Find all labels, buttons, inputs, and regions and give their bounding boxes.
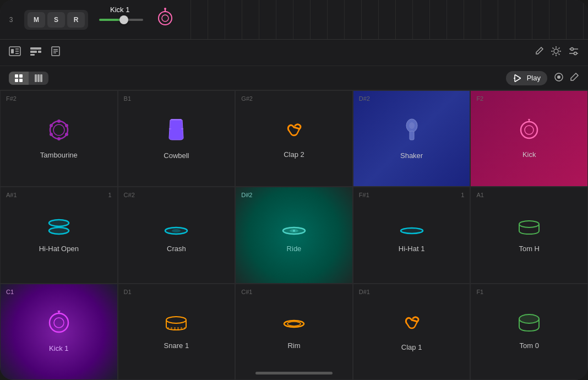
svg-rect-51 bbox=[410, 131, 414, 140]
clap2-icon bbox=[283, 119, 305, 146]
draw-icon[interactable] bbox=[569, 72, 579, 84]
pencil-icon[interactable] bbox=[534, 46, 544, 59]
track-controls: M S R bbox=[24, 10, 88, 30]
pad-label-hihat1: Hi-Hat 1 bbox=[399, 245, 425, 253]
record-button[interactable]: R bbox=[67, 12, 85, 28]
toolbar-left bbox=[9, 46, 61, 59]
grid-view-button[interactable] bbox=[9, 72, 29, 85]
svg-rect-34 bbox=[35, 74, 37, 82]
svg-point-47 bbox=[50, 124, 53, 127]
svg-line-22 bbox=[553, 48, 554, 49]
pad-tom0[interactable]: F1 Tom 0 bbox=[470, 284, 588, 380]
mute-button[interactable]: M bbox=[28, 12, 45, 28]
pad-label-kick-partial: Kick bbox=[522, 150, 536, 159]
shaker-icon bbox=[402, 118, 422, 147]
tom0-icon bbox=[517, 313, 541, 337]
track-icon bbox=[156, 7, 174, 32]
svg-rect-11 bbox=[38, 51, 41, 53]
kick-partial-icon bbox=[518, 119, 540, 146]
hihat-open-icon bbox=[47, 217, 71, 240]
clap1-icon bbox=[401, 312, 423, 339]
pad-note-kick1: C1 bbox=[6, 289, 14, 295]
pad-label-hihat-open: Hi-Hat Open bbox=[39, 245, 79, 253]
arrange-icon[interactable] bbox=[30, 46, 42, 59]
svg-point-1 bbox=[162, 15, 168, 21]
crash-icon bbox=[164, 217, 188, 240]
kick1-icon bbox=[47, 311, 71, 340]
svg-point-60 bbox=[49, 227, 69, 234]
svg-point-41 bbox=[53, 124, 64, 135]
svg-point-17 bbox=[554, 49, 558, 53]
device-frame: 3 M S R Kick 1 bbox=[0, 0, 588, 380]
svg-point-69 bbox=[401, 228, 423, 234]
solo-button[interactable]: S bbox=[47, 12, 65, 28]
svg-point-3 bbox=[164, 8, 166, 10]
toolbar-right bbox=[534, 46, 579, 59]
tomh-icon bbox=[517, 217, 541, 240]
svg-point-58 bbox=[49, 220, 69, 226]
pad-hihat1[interactable]: F#1 1 Hi-Hat 1 bbox=[353, 187, 471, 283]
pad-note-rim: C#1 bbox=[241, 289, 252, 295]
svg-rect-12 bbox=[30, 54, 35, 56]
score-icon[interactable] bbox=[9, 46, 21, 59]
svg-point-0 bbox=[159, 12, 172, 25]
svg-rect-5 bbox=[11, 49, 14, 53]
svg-line-24 bbox=[558, 48, 559, 49]
snare1-icon bbox=[164, 314, 188, 337]
svg-point-56 bbox=[528, 119, 530, 120]
svg-point-54 bbox=[525, 126, 533, 134]
ride-icon bbox=[282, 217, 306, 240]
play-label: Play bbox=[527, 74, 541, 82]
pad-note-shaker: D#2 bbox=[359, 95, 370, 102]
pad-tambourine[interactable]: F#2 Tambourine bbox=[0, 90, 118, 187]
pad-hihat-open[interactable]: A#1 1 Hi-Hat Open bbox=[0, 187, 118, 283]
volume-slider[interactable] bbox=[99, 19, 143, 21]
pad-label-rim: Rim bbox=[287, 341, 300, 350]
svg-point-70 bbox=[519, 221, 539, 227]
pad-clap2[interactable]: G#2 Clap 2 bbox=[235, 90, 353, 187]
pad-note-crash: C#2 bbox=[124, 192, 135, 198]
svg-rect-35 bbox=[37, 74, 40, 82]
pad-cowbell[interactable]: B1 Cowbell bbox=[118, 90, 236, 187]
column-view-button[interactable] bbox=[29, 72, 48, 85]
svg-point-46 bbox=[50, 133, 53, 136]
svg-rect-33 bbox=[19, 79, 23, 82]
info-icon[interactable] bbox=[51, 46, 61, 59]
target-icon[interactable] bbox=[554, 72, 564, 84]
svg-point-43 bbox=[65, 124, 68, 127]
equalizer-icon[interactable] bbox=[568, 47, 579, 58]
pad-note-tom0: F1 bbox=[476, 289, 483, 295]
pad-shaker[interactable]: D#2 Shaker bbox=[353, 90, 471, 187]
pad-note-cowbell: B1 bbox=[124, 95, 131, 102]
pad-kick1[interactable]: C1 Kick 1 bbox=[0, 284, 118, 380]
pad-note-tambourine: F#2 bbox=[6, 95, 17, 102]
pad-note-kick-partial: F2 bbox=[476, 95, 483, 102]
toolbar bbox=[0, 40, 588, 66]
svg-rect-9 bbox=[30, 47, 41, 50]
pad-crash[interactable]: C#2 Crash bbox=[118, 187, 236, 283]
subtoolbar-right bbox=[554, 72, 579, 84]
svg-rect-31 bbox=[19, 74, 23, 78]
svg-point-29 bbox=[574, 52, 577, 55]
pad-note-hihat-open: A#1 bbox=[6, 192, 17, 198]
svg-point-52 bbox=[409, 122, 415, 129]
play-button[interactable]: Play bbox=[506, 71, 547, 85]
pad-snare1[interactable]: D1 Snare 1 bbox=[118, 284, 236, 380]
svg-point-44 bbox=[65, 133, 68, 136]
svg-point-72 bbox=[54, 318, 64, 328]
tambourine-icon bbox=[47, 118, 70, 146]
pad-rim[interactable]: C#1 Rim bbox=[235, 284, 353, 380]
svg-point-81 bbox=[519, 314, 539, 323]
svg-line-25 bbox=[553, 53, 554, 55]
pad-note-snare1: D1 bbox=[124, 289, 132, 295]
track-header: 3 M S R Kick 1 bbox=[0, 0, 588, 40]
pad-tomh[interactable]: A1 Tom H bbox=[470, 187, 588, 283]
brightness-icon[interactable] bbox=[551, 46, 562, 59]
svg-point-40 bbox=[50, 121, 68, 139]
pad-label-cowbell: Cowbell bbox=[164, 151, 189, 160]
track-number: 3 bbox=[0, 16, 22, 24]
svg-rect-36 bbox=[40, 74, 42, 82]
pad-ride[interactable]: D#2 Ride bbox=[235, 187, 353, 283]
pad-clap1[interactable]: D#1 Clap 1 bbox=[353, 284, 471, 380]
pad-kick-partial[interactable]: F2 Kick bbox=[470, 90, 588, 187]
